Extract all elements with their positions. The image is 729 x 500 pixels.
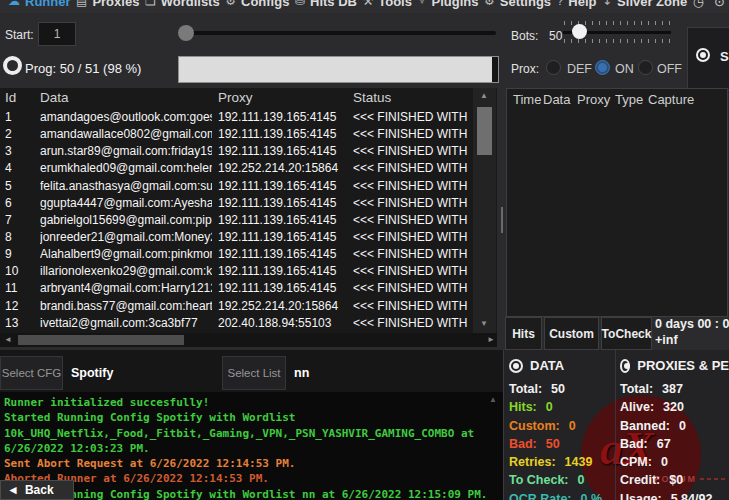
stats-divider: [615, 350, 616, 500]
log-console[interactable]: Runner initialized succesfully!Started R…: [0, 392, 503, 500]
menu-item-label: Wordlists: [161, 0, 220, 9]
column-header-proxy[interactable]: Proxy: [577, 92, 610, 107]
power-icon[interactable]: ⊙: [714, 0, 725, 9]
menu-item-hits-db[interactable]: ⛁ Hits DB: [295, 0, 357, 9]
menu-item-tools[interactable]: ⚒ Tools: [363, 0, 412, 9]
prox-radio-on[interactable]: [595, 60, 610, 75]
tab-custom[interactable]: Custom: [544, 317, 599, 350]
table-row[interactable]: 7 gabrielgol15699@gmail.com:pipop 192.11…: [0, 213, 473, 230]
menu-item-silver-zone[interactable]: ↧ Silver Zone: [602, 0, 687, 9]
menu-item-settings[interactable]: ⚙ Settings: [484, 0, 551, 9]
cell-data: arun.star89@gmail.com:friday1989: [40, 144, 212, 158]
scroll-up-icon[interactable]: ▲: [480, 92, 488, 100]
menu-item-configs[interactable]: ⚙ Configs: [225, 0, 289, 9]
cell-proxy: 192.111.139.165:4145: [218, 179, 346, 193]
menu-item-label: Silver Zone: [617, 0, 687, 9]
prox-radio-off[interactable]: [638, 60, 653, 75]
cell-data: illarionolexenko29@gmail.com:kasi: [40, 264, 212, 278]
cell-proxy: 192.111.139.165:4145: [218, 213, 346, 227]
stat-label: Alive:: [620, 398, 654, 416]
stat-label: To Check:: [509, 471, 569, 489]
scroll-left-icon[interactable]: ◄: [4, 336, 12, 344]
stat-value: 67: [657, 435, 671, 453]
bots-slider-thumb[interactable]: [572, 24, 587, 39]
back-button-label: Back: [25, 483, 54, 497]
stat-value: 0: [569, 417, 576, 435]
cell-id: 5: [5, 179, 35, 193]
table-row[interactable]: 5 felita.anasthasya@gmail.com:sukac 192.…: [0, 179, 473, 196]
cell-id: 2: [5, 127, 35, 141]
cell-data: Alahalbert9@gmail.com:pinkmoney: [40, 247, 212, 261]
select-list-button[interactable]: Select List: [222, 356, 286, 390]
table-row[interactable]: 11 arbryant4@gmail.com:Harry1212! 192.11…: [0, 281, 473, 298]
cell-proxy: 192.252.214.20:15864: [218, 299, 346, 313]
clock-icon[interactable]: ◷: [693, 0, 704, 9]
cell-status: <<< FINISHED WITH RES: [353, 247, 471, 261]
table-row[interactable]: 1 amandagoes@outlook.com:goes88 192.111.…: [0, 110, 473, 127]
horizontal-scrollbar-thumb[interactable]: [18, 335, 184, 345]
column-header-data[interactable]: Data: [40, 90, 69, 105]
table-row[interactable]: 2 amandawallace0802@gmail.com:am 192.111…: [0, 127, 473, 144]
menu-item-label: Help: [568, 0, 596, 9]
table-row[interactable]: 13 ivettai2@gmail.com:3ca3bf77 202.40.18…: [0, 316, 473, 333]
selected-wordlist-name: nn: [294, 366, 309, 380]
table-row[interactable]: 4 erumkhaled09@gmail.com:helenite 192.25…: [0, 161, 473, 178]
scroll-right-icon[interactable]: ►: [487, 336, 495, 344]
menu-item-label: Proxies: [92, 0, 139, 9]
menu-item-label: Settings: [500, 0, 551, 9]
tab-hits[interactable]: Hits: [505, 317, 542, 350]
prox-radio-def[interactable]: [546, 60, 561, 75]
tools-icon: ⚒: [363, 0, 374, 8]
table-row[interactable]: 9 Alahalbert9@gmail.com:pinkmoney 192.11…: [0, 247, 473, 264]
column-header-proxy[interactable]: Proxy: [218, 90, 253, 105]
stat-value: 1439: [565, 453, 593, 471]
stat-label: Bad:: [620, 435, 648, 453]
data-stats-title: DATA: [530, 358, 564, 373]
proxies-stats-section: PROXIES & PE Total: 387 Alive: 320 Banne…: [620, 358, 729, 500]
table-row[interactable]: 8 jonreeder21@gmail.com:Money21! 192.111…: [0, 230, 473, 247]
select-cfg-button[interactable]: Select CFG: [0, 356, 63, 390]
horizontal-scrollbar[interactable]: ◄ ►: [0, 333, 497, 347]
cell-status: <<< FINISHED WITH RES: [353, 316, 471, 330]
cell-id: 12: [5, 299, 35, 313]
data-ring-icon: [509, 359, 523, 373]
stat-row: CPM: 0: [620, 453, 729, 471]
table-row[interactable]: 10 illarionolexenko29@gmail.com:kasi 192…: [0, 264, 473, 281]
prox-option-on[interactable]: ON: [615, 62, 634, 76]
prox-option-def[interactable]: DEF: [567, 62, 592, 76]
cell-proxy: 192.111.139.165:4145: [218, 110, 346, 124]
prox-label: Prox:: [511, 62, 539, 76]
table-row[interactable]: 6 ggupta4447@gmail.com:Ayesha83 192.111.…: [0, 196, 473, 213]
cloud-icon: ☁: [8, 0, 20, 8]
column-header-capture[interactable]: Capture: [648, 92, 694, 107]
column-header-data[interactable]: Data: [543, 92, 570, 107]
scroll-down-icon[interactable]: ▼: [480, 320, 488, 328]
stat-value: $0: [669, 471, 683, 489]
menu-item-wordlists[interactable]: ❏ Wordlists: [145, 0, 220, 9]
column-header-time[interactable]: Time: [513, 92, 541, 107]
cell-id: 11: [5, 281, 35, 295]
start-index-input[interactable]: 1: [38, 22, 76, 46]
progress-bar: [178, 56, 499, 83]
menu-item-runner[interactable]: ☁ Runner: [8, 0, 71, 9]
table-row[interactable]: 12 brandi.bass77@gmail.com:heart76 192.2…: [0, 299, 473, 316]
prox-option-off[interactable]: OFF: [657, 62, 682, 76]
start-slider-thumb[interactable]: [178, 25, 194, 41]
menu-item-help[interactable]: ? Help: [557, 0, 597, 9]
vertical-scrollbar-thumb[interactable]: [477, 107, 492, 155]
cell-status: <<< FINISHED WITH RES: [353, 264, 471, 278]
back-button[interactable]: ◄ Back: [0, 480, 74, 500]
table-row[interactable]: 3 arun.star89@gmail.com:friday1989 192.1…: [0, 144, 473, 161]
column-header-type[interactable]: Type: [615, 92, 643, 107]
start-slider-track[interactable]: [180, 31, 496, 35]
vertical-scrollbar[interactable]: ▲ ▼: [473, 88, 496, 333]
tab-tocheck[interactable]: ToCheck: [601, 317, 652, 350]
cell-data: jonreeder21@gmail.com:Money21!: [40, 230, 212, 244]
menu-item-proxies[interactable]: ▤ Proxies: [76, 0, 139, 9]
column-header-status[interactable]: Status: [353, 90, 391, 105]
start-button-panel[interactable]: S: [687, 27, 729, 90]
menu-item-plugins[interactable]: ♆ Plugins: [418, 0, 479, 9]
scroll-up-icon[interactable]: ▲: [489, 395, 497, 404]
column-header-id[interactable]: Id: [5, 90, 16, 105]
cell-id: 9: [5, 247, 35, 261]
